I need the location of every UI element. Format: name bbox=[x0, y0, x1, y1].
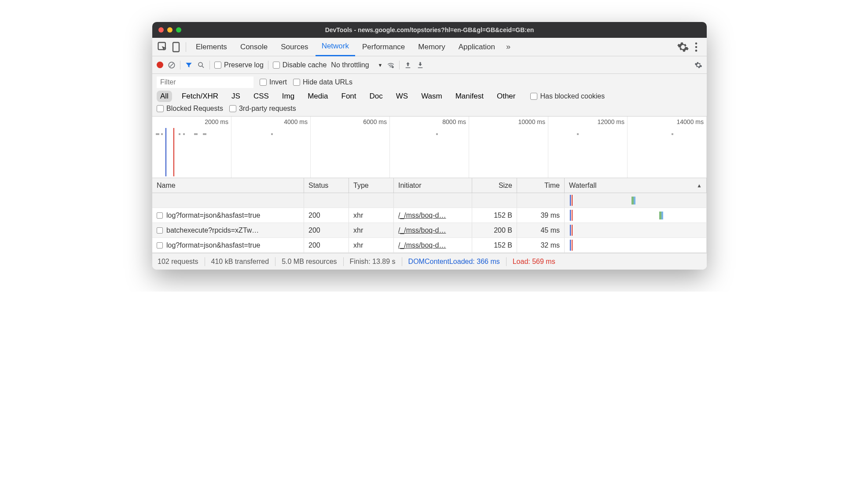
request-name: log?format=json&hasfast=true bbox=[166, 241, 260, 249]
tab-application[interactable]: Application bbox=[452, 38, 501, 56]
hide-data-urls-checkbox[interactable]: Hide data URLs bbox=[293, 78, 352, 86]
tab-elements[interactable]: Elements bbox=[190, 38, 233, 56]
record-button[interactable] bbox=[157, 62, 163, 68]
filter-type-img[interactable]: Img bbox=[279, 91, 298, 102]
request-size: 200 B bbox=[472, 223, 517, 237]
svg-point-3 bbox=[695, 46, 697, 48]
filter-type-ws[interactable]: WS bbox=[393, 91, 411, 102]
svg-point-4 bbox=[695, 49, 697, 51]
col-header-size[interactable]: Size bbox=[472, 178, 517, 193]
request-status: 200 bbox=[304, 238, 349, 252]
filter-type-wasm[interactable]: Wasm bbox=[418, 91, 446, 102]
settings-icon[interactable] bbox=[677, 41, 689, 53]
row-checkbox[interactable] bbox=[157, 242, 163, 248]
col-header-waterfall[interactable]: Waterfall▲ bbox=[565, 178, 707, 193]
disable-cache-checkbox[interactable]: Disable cache bbox=[273, 61, 327, 69]
request-status: 200 bbox=[304, 208, 349, 223]
request-time: 39 ms bbox=[517, 208, 565, 223]
tab-performance[interactable]: Performance bbox=[356, 38, 411, 56]
timeline-overview[interactable]: 2000 ms 4000 ms 6000 ms 8000 ms 10000 ms… bbox=[152, 117, 707, 178]
timeline-tick-label: 6000 ms bbox=[363, 118, 387, 125]
request-size: 152 B bbox=[472, 208, 517, 223]
filter-input[interactable] bbox=[157, 77, 253, 88]
timeline-tick-label: 4000 ms bbox=[284, 118, 308, 125]
dom-loaded-marker bbox=[165, 128, 166, 176]
status-bar: 102 requests 410 kB transferred 5.0 MB r… bbox=[152, 253, 707, 270]
status-dom-loaded: DOMContentLoaded: 366 ms bbox=[408, 258, 500, 266]
table-header: Name Status Type Initiator Size Time Wat… bbox=[152, 178, 707, 193]
row-checkbox[interactable] bbox=[157, 227, 163, 234]
filter-type-doc[interactable]: Doc bbox=[366, 91, 386, 102]
activity-mark bbox=[436, 133, 438, 135]
settings-icon[interactable] bbox=[694, 61, 702, 69]
request-size: 152 B bbox=[472, 238, 517, 252]
filter-type-all[interactable]: All bbox=[157, 91, 172, 102]
request-name: log?format=json&hasfast=true bbox=[166, 212, 260, 219]
upload-icon[interactable] bbox=[404, 61, 412, 69]
filter-type-js[interactable]: JS bbox=[228, 91, 244, 102]
invert-checkbox[interactable]: Invert bbox=[260, 78, 287, 86]
tab-console[interactable]: Console bbox=[234, 38, 274, 56]
timeline-tick-label: 12000 ms bbox=[598, 118, 624, 125]
svg-point-6 bbox=[198, 62, 202, 66]
filter-type-manifest[interactable]: Manifest bbox=[452, 91, 487, 102]
third-party-checkbox[interactable]: 3rd-party requests bbox=[229, 105, 296, 113]
blocked-requests-checkbox[interactable]: Blocked Requests bbox=[157, 105, 223, 113]
filter-type-fetch[interactable]: Fetch/XHR bbox=[178, 91, 222, 102]
more-tabs-icon[interactable]: » bbox=[502, 41, 514, 53]
chevron-down-icon: ▼ bbox=[378, 62, 383, 68]
request-time: 45 ms bbox=[517, 223, 565, 237]
preserve-log-checkbox[interactable]: Preserve log bbox=[214, 61, 264, 69]
svg-rect-1 bbox=[173, 42, 179, 51]
status-transferred: 410 kB transferred bbox=[211, 258, 269, 266]
col-header-name[interactable]: Name bbox=[152, 178, 304, 193]
timeline-tick-label: 10000 ms bbox=[518, 118, 545, 125]
col-header-type[interactable]: Type bbox=[349, 178, 394, 193]
tab-memory[interactable]: Memory bbox=[412, 38, 451, 56]
filter-icon[interactable] bbox=[185, 61, 193, 69]
search-icon[interactable] bbox=[197, 61, 205, 69]
request-type: xhr bbox=[349, 223, 394, 237]
table-row[interactable]: log?format=json&hasfast=true 200 xhr /_/… bbox=[152, 238, 707, 253]
filter-type-media[interactable]: Media bbox=[304, 91, 331, 102]
filter-type-font[interactable]: Font bbox=[338, 91, 360, 102]
kebab-menu-icon[interactable] bbox=[690, 41, 702, 53]
filter-type-other[interactable]: Other bbox=[493, 91, 519, 102]
window-title: DevTools - news.google.com/topstories?hl… bbox=[152, 26, 707, 33]
col-header-status[interactable]: Status bbox=[304, 178, 349, 193]
col-header-initiator[interactable]: Initiator bbox=[394, 178, 472, 193]
request-type: xhr bbox=[349, 238, 394, 252]
request-initiator[interactable]: /_/mss/boq-d… bbox=[398, 226, 446, 234]
tab-network[interactable]: Network bbox=[316, 38, 355, 56]
clear-icon[interactable] bbox=[168, 61, 176, 69]
device-toggle-icon[interactable] bbox=[170, 41, 182, 53]
activity-mark bbox=[183, 133, 185, 135]
blocked-cookies-checkbox[interactable]: Has blocked cookies bbox=[530, 92, 605, 100]
request-initiator[interactable]: /_/mss/boq-d… bbox=[398, 212, 446, 219]
request-time: 32 ms bbox=[517, 238, 565, 252]
network-conditions-icon[interactable] bbox=[387, 61, 395, 69]
table-row bbox=[152, 193, 707, 208]
activity-mark bbox=[271, 133, 273, 135]
download-icon[interactable] bbox=[416, 61, 424, 69]
svg-point-7 bbox=[392, 66, 394, 68]
status-resources: 5.0 MB resources bbox=[282, 258, 337, 266]
status-load: Load: 569 ms bbox=[513, 258, 555, 266]
throttling-select[interactable]: No throttling ▼ bbox=[331, 61, 382, 69]
titlebar: DevTools - news.google.com/topstories?hl… bbox=[152, 22, 707, 38]
activity-mark bbox=[577, 133, 579, 135]
tab-sources[interactable]: Sources bbox=[275, 38, 314, 56]
col-header-time[interactable]: Time bbox=[517, 178, 565, 193]
sort-indicator-icon: ▲ bbox=[697, 183, 702, 189]
row-checkbox[interactable] bbox=[157, 212, 163, 219]
status-finish: Finish: 13.89 s bbox=[350, 258, 396, 266]
table-row[interactable]: batchexecute?rpcids=xZTw… 200 xhr /_/mss… bbox=[152, 223, 707, 238]
inspect-element-icon[interactable] bbox=[157, 41, 169, 53]
activity-mark bbox=[156, 133, 159, 135]
filter-type-css[interactable]: CSS bbox=[250, 91, 272, 102]
request-initiator[interactable]: /_/mss/boq-d… bbox=[398, 241, 446, 249]
svg-point-2 bbox=[695, 42, 697, 44]
table-row[interactable]: log?format=json&hasfast=true 200 xhr /_/… bbox=[152, 208, 707, 223]
request-table: log?format=json&hasfast=true 200 xhr /_/… bbox=[152, 193, 707, 253]
filter-bar: Invert Hide data URLs All Fetch/XHR JS C… bbox=[152, 74, 707, 117]
